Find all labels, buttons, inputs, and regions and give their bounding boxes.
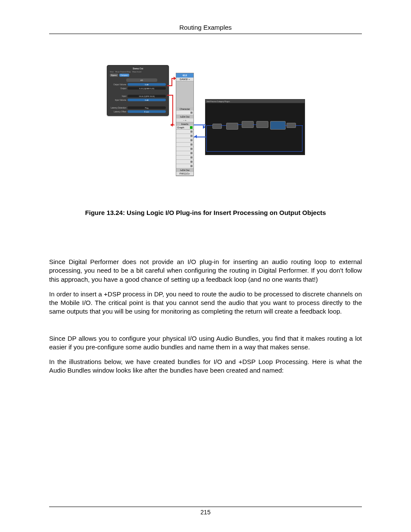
plugin-toolbar-item: View <box>110 71 114 73</box>
strip-inserts-label: Inserts <box>176 122 193 126</box>
page-header-title: Routing Examples <box>49 24 362 31</box>
body-paragraph: In order to insert a +DSP process in DP,… <box>49 290 362 316</box>
signal-line <box>171 78 172 86</box>
row-label: Input <box>110 95 126 97</box>
graph-node <box>242 121 254 128</box>
dropdown-icon[interactable] <box>190 156 193 159</box>
compare-button[interactable]: Compare <box>119 74 129 77</box>
row-value: 0 sam <box>128 110 166 113</box>
graph-toolbar: Edit Process Category Plug-in <box>206 100 305 103</box>
strip-character-label: Character <box>176 107 193 111</box>
channel-strip: 612 DAW3/ ÷ Character I»Dir.Out - ÷ Inse… <box>176 73 194 176</box>
dropdown-icon[interactable] <box>190 139 193 141</box>
graph-node <box>286 123 296 128</box>
row-value: 13-14 (2)(FW 13-14) <box>128 95 166 97</box>
dropdown-icon[interactable] <box>190 152 193 154</box>
body-paragraph: In the illustrations below, we have crea… <box>49 358 362 375</box>
row-label: Output <box>110 87 126 90</box>
graph-node <box>226 123 238 130</box>
dropdown-icon[interactable] <box>190 165 193 167</box>
dropdown-icon[interactable] <box>190 143 193 146</box>
figure: Stereo Out View Show Channel Strip Show … <box>49 63 362 197</box>
graph-node <box>270 121 286 130</box>
arrow-icon <box>203 125 206 129</box>
strip-number: 612 <box>176 73 193 78</box>
row-value: 0 dB <box>128 99 166 101</box>
graph-indicator-icon <box>190 126 193 129</box>
row-value: 9-10 (2)(DAW 9-10) <box>128 87 166 90</box>
row-label: Latency Detection <box>110 107 126 109</box>
row-value: 0 dB <box>128 83 166 86</box>
figure-caption: Figure 13.24: Using Logic I/O Plug-ins f… <box>49 209 362 216</box>
row-label: Input Volume <box>110 99 126 101</box>
body-paragraph: Since DP allows you to configure your ph… <box>49 334 362 352</box>
plugin-toolbar-item: Show Insert <box>132 71 141 73</box>
dropdown-icon[interactable] <box>190 112 193 114</box>
graph-node <box>256 121 268 128</box>
row-label: Latency Offset <box>110 111 126 113</box>
strip-route: DAW3/ ÷ <box>176 78 193 81</box>
row-label: Output Volume <box>110 84 126 86</box>
dropdown-icon[interactable] <box>190 131 193 133</box>
header-rule <box>49 34 362 34</box>
dropdown-icon[interactable] <box>190 148 193 150</box>
strip-dash: - ÷ <box>176 118 193 122</box>
signal-line <box>167 95 172 96</box>
dropdown-icon[interactable] <box>190 161 193 163</box>
strip-graph-row: Graph <box>176 126 193 130</box>
arrow-icon <box>170 123 173 127</box>
page-number: 215 <box>49 509 362 516</box>
strip-dirout-label: I»Dir.Out <box>176 115 193 118</box>
io-section-label: I/O <box>126 78 157 82</box>
plugin-toolbar-item: Show Channel Strip <box>115 71 131 73</box>
strip-fw: FW11/1÷ <box>176 172 193 176</box>
dropdown-icon[interactable] <box>190 135 193 137</box>
plugin-title: Stereo Out <box>110 67 166 70</box>
row-value: Ping <box>128 106 166 109</box>
graph-window: Edit Process Category Plug-in <box>205 99 305 155</box>
strip-dirout2-label: I»Dir.Out <box>176 168 193 172</box>
bypass-button[interactable]: Bypass <box>110 74 118 77</box>
signal-line <box>172 95 173 125</box>
body-paragraph: Since Digital Performer does not provide… <box>49 258 362 284</box>
graph-node <box>212 124 222 129</box>
footer-rule <box>49 507 362 507</box>
arrow-icon <box>194 135 197 138</box>
plugin-window: Stereo Out View Show Channel Strip Show … <box>107 65 169 116</box>
